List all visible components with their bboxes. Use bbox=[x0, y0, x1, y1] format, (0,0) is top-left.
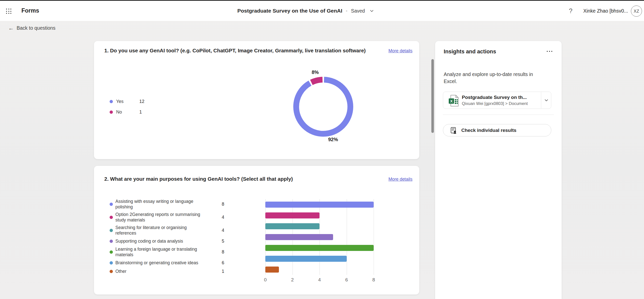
legend-dot bbox=[110, 250, 113, 254]
bar bbox=[265, 212, 319, 218]
legend-item: No 1 bbox=[110, 109, 142, 115]
bar bbox=[265, 256, 347, 262]
legend-label: Yes bbox=[116, 99, 139, 104]
legend-label: Other bbox=[115, 269, 126, 274]
top-bar: Forms Postgraduate Survey on the Use of … bbox=[0, 1, 644, 21]
legend-dot-no bbox=[110, 110, 113, 114]
bar-chart-legend: Assisting with essay writing or language… bbox=[110, 198, 231, 275]
user-name[interactable]: Xinke Zhao [bhsv0... bbox=[583, 8, 630, 14]
excel-file-texts: Postgraduate Survey on th... Qixuan Wei … bbox=[462, 95, 535, 106]
legend-dot bbox=[110, 229, 113, 232]
bar bbox=[265, 267, 279, 273]
save-status-chevron-icon[interactable] bbox=[368, 8, 375, 14]
excel-icon: X bbox=[448, 95, 459, 108]
legend-item: Yes 12 bbox=[110, 98, 144, 105]
legend-item: Supporting coding or data analysis 5 bbox=[110, 237, 231, 245]
insights-title: Insights and actions bbox=[444, 49, 496, 55]
legend-dot bbox=[110, 261, 113, 265]
document-title: Postgraduate Survey on the Use of GenAI bbox=[237, 8, 342, 14]
axis-tick-label: 2 bbox=[291, 277, 294, 283]
legend-count: 8 bbox=[222, 249, 224, 255]
donut-percent-label-yes: 92% bbox=[323, 137, 343, 142]
clipboard-person-icon bbox=[450, 127, 457, 134]
legend-label: Learning a foreign language or translati… bbox=[115, 246, 204, 258]
avatar[interactable]: XZ bbox=[631, 6, 642, 17]
axis-tick-label: 6 bbox=[345, 277, 348, 283]
legend-dot bbox=[110, 240, 113, 243]
legend-item: Option 2Generating reports or summarisin… bbox=[110, 211, 231, 223]
bar bbox=[265, 245, 374, 251]
excel-file-name: Postgraduate Survey on th... bbox=[462, 95, 535, 100]
question-2-card: 2. What are your main purposes for using… bbox=[94, 166, 419, 294]
legend-count: 1 bbox=[222, 269, 224, 274]
question-1-title: 1. Do you use any GenAI tool? (e.g. CoPi… bbox=[104, 48, 366, 54]
more-options-icon[interactable] bbox=[545, 48, 554, 55]
excel-card-chevron-icon[interactable] bbox=[541, 92, 551, 108]
divider bbox=[443, 115, 554, 115]
legend-item: Learning a foreign language or translati… bbox=[110, 246, 231, 258]
legend-label: Searching for literature or organising r… bbox=[115, 225, 204, 236]
back-arrow-icon: ← bbox=[8, 25, 14, 31]
gridline bbox=[347, 199, 347, 275]
legend-count: 8 bbox=[222, 202, 224, 207]
legend-label: Assisting with essay writing or language… bbox=[115, 199, 204, 210]
legend-item: Brainstorming or generating creative ide… bbox=[110, 259, 231, 267]
check-individual-results-label: Check individual results bbox=[461, 128, 517, 133]
legend-label: No bbox=[116, 109, 139, 115]
forms-results-page: Forms Postgraduate Survey on the Use of … bbox=[0, 0, 644, 299]
legend-label: Supporting coding or data analysis bbox=[115, 238, 183, 244]
question-2-more-details-link[interactable]: More details bbox=[389, 177, 412, 182]
bar bbox=[265, 223, 319, 229]
document-title-group: Postgraduate Survey on the Use of GenAI … bbox=[237, 1, 375, 21]
question-1-card: 1. Do you use any GenAI tool? (e.g. CoPi… bbox=[94, 41, 419, 159]
bar bbox=[265, 234, 333, 240]
vertical-scrollbar[interactable] bbox=[431, 59, 434, 133]
donut-chart bbox=[293, 77, 353, 137]
app-name: Forms bbox=[21, 7, 39, 14]
question-1-more-details-link[interactable]: More details bbox=[389, 48, 412, 54]
svg-text:X: X bbox=[450, 99, 453, 103]
donut-percent-label-no: 8% bbox=[305, 69, 325, 75]
legend-count: 6 bbox=[222, 260, 224, 266]
legend-item: Other 1 bbox=[110, 268, 231, 275]
legend-count: 12 bbox=[139, 99, 144, 104]
legend-count: 1 bbox=[139, 109, 142, 115]
legend-item: Assisting with essay writing or language… bbox=[110, 198, 231, 210]
axis-tick-label: 8 bbox=[372, 277, 375, 283]
help-icon[interactable]: ? bbox=[567, 6, 574, 15]
insights-description: Analyze and explore up-to-date results i… bbox=[444, 71, 544, 85]
legend-item: Searching for literature or organising r… bbox=[110, 224, 231, 236]
app-launcher-icon[interactable] bbox=[6, 9, 11, 14]
legend-count: 5 bbox=[222, 239, 224, 244]
legend-dot bbox=[110, 203, 113, 206]
legend-label: Option 2Generating reports or summarisin… bbox=[115, 212, 204, 223]
axis-tick-label: 4 bbox=[318, 277, 321, 283]
bar-x-axis: 02468 bbox=[265, 277, 374, 283]
gridline bbox=[374, 199, 374, 275]
legend-count: 4 bbox=[222, 215, 224, 220]
excel-file-location: Qixuan Wei [gprx0803] > Document bbox=[462, 101, 535, 106]
legend-dot-yes bbox=[110, 100, 113, 103]
legend-label: Brainstorming or generating creative ide… bbox=[115, 260, 198, 266]
axis-tick-label: 0 bbox=[264, 277, 267, 283]
insights-panel: Insights and actions Analyze and explore… bbox=[435, 41, 562, 299]
sub-header: ← Back to questions bbox=[0, 21, 644, 36]
bar-plot bbox=[265, 199, 374, 275]
title-separator: - bbox=[346, 8, 347, 14]
save-status: Saved bbox=[351, 8, 365, 14]
bar bbox=[265, 202, 374, 208]
excel-file-card[interactable]: X Postgraduate Survey on th... Qixuan We… bbox=[443, 92, 551, 109]
question-2-title: 2. What are your main purposes for using… bbox=[104, 176, 293, 182]
back-label: Back to questions bbox=[17, 25, 55, 31]
legend-dot bbox=[110, 216, 113, 219]
legend-dot bbox=[110, 270, 113, 273]
legend-count: 4 bbox=[222, 228, 224, 233]
check-individual-results-button[interactable]: Check individual results bbox=[443, 124, 551, 136]
back-to-questions-link[interactable]: ← Back to questions bbox=[8, 25, 55, 31]
